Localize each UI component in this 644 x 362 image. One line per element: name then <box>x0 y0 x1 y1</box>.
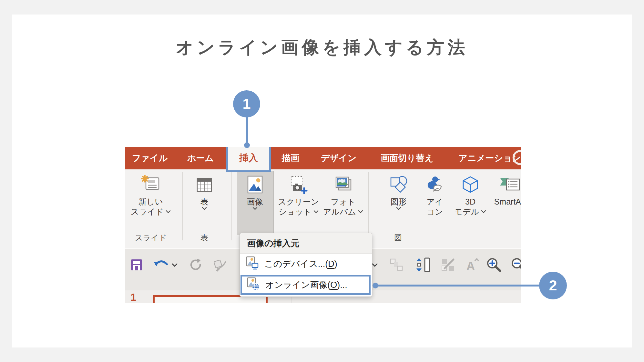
tab-insert-label: 挿入 <box>239 152 258 165</box>
button-label: 画像 <box>247 197 263 207</box>
undo-icon[interactable] <box>153 258 169 273</box>
arrange-objects-icon-disabled[interactable] <box>389 257 404 274</box>
button-label: SmartArt <box>494 197 521 207</box>
table-button[interactable]: 表 <box>184 174 225 210</box>
chevron-down-icon <box>396 207 401 210</box>
new-slide-icon <box>141 174 161 195</box>
picture-device-icon <box>245 256 259 272</box>
3d-model-button[interactable]: 3D モデル <box>450 174 491 217</box>
button-label: 3D <box>465 197 475 207</box>
insert-picture-dropdown-menu: 画像の挿入元 このデバイス...(D) <box>240 233 372 297</box>
button-label: ショット <box>279 207 312 217</box>
group-divider <box>182 172 183 240</box>
group-divider <box>368 172 369 240</box>
step-1-badge: 1 <box>233 90 260 117</box>
chevron-down-icon <box>252 207 258 210</box>
save-icon[interactable] <box>130 258 143 273</box>
svg-text:A: A <box>466 259 475 272</box>
photo-album-icon <box>333 174 353 195</box>
chevron-down-icon <box>313 210 319 214</box>
tab-transitions[interactable]: 画面切り替え <box>381 147 433 169</box>
slide-number: 1 <box>130 291 136 303</box>
button-label: スクリーン <box>278 197 319 207</box>
redo-icon-disabled[interactable] <box>189 258 202 273</box>
group-label-illustrations: 図 <box>394 233 402 243</box>
screenshot-button[interactable]: スクリーン ショット <box>278 174 319 217</box>
menu-header: 画像の挿入元 <box>240 233 372 254</box>
clipped-ui-fragment <box>509 149 521 167</box>
ribbon-tab-bar: ファイル ホーム 描画 デザイン 画面切り替え アニメーション <box>125 147 521 169</box>
group-divider <box>231 172 232 240</box>
button-label: フォト <box>331 197 356 207</box>
step-2-badge: 2 <box>539 272 567 299</box>
group-label-tables: 表 <box>200 233 208 243</box>
smartart-button[interactable]: SmartArt <box>489 174 521 207</box>
button-label: スライド <box>131 207 164 217</box>
step-1-connector-dot <box>244 142 250 148</box>
chevron-down-icon <box>481 210 486 214</box>
row-height-icon[interactable] <box>415 257 432 274</box>
picture-button[interactable]: 画像 <box>234 174 276 210</box>
format-painter-icon-disabled[interactable] <box>213 258 228 273</box>
photo-album-button[interactable]: フォト アルバム <box>322 174 364 217</box>
tab-home[interactable]: ホーム <box>187 147 214 169</box>
group-label-slides: スライド <box>135 233 167 243</box>
menu-item-this-device[interactable]: このデバイス...(D) <box>240 254 372 274</box>
font-size-icon-disabled[interactable]: A <box>464 258 479 273</box>
button-label: 表 <box>200 197 209 207</box>
step-1-connector-line <box>246 116 248 145</box>
button-label: アルバム <box>323 207 356 217</box>
more-options-chevron-icon[interactable] <box>372 263 378 268</box>
edit-shape-icon-disabled[interactable] <box>441 257 457 274</box>
chevron-down-icon <box>358 210 363 214</box>
picture-globe-icon <box>246 277 260 293</box>
tab-file[interactable]: ファイル <box>132 147 168 169</box>
zoom-out-icon[interactable] <box>510 257 521 274</box>
step-2-connector-line <box>375 285 540 287</box>
page-background: オンライン画像を挿入する方法 ファイル ホーム 描画 デザイン 画面切り替え ア… <box>0 0 644 362</box>
button-label: 図形 <box>391 197 407 207</box>
3d-cube-icon <box>461 174 480 195</box>
smartart-icon <box>499 174 521 195</box>
screenshot-icon <box>289 174 308 195</box>
button-label: モデル <box>455 207 479 217</box>
button-label: コン <box>426 207 443 217</box>
menu-item-label: このデバイス...(D) <box>264 258 337 270</box>
tab-design[interactable]: デザイン <box>321 147 357 169</box>
step-2-connector-dot <box>373 283 378 288</box>
picture-icon <box>245 174 265 195</box>
table-icon <box>195 174 214 195</box>
tab-draw[interactable]: 描画 <box>282 147 299 169</box>
tab-insert[interactable]: 挿入 <box>226 147 271 172</box>
undo-dropdown-chevron-icon[interactable] <box>172 263 178 268</box>
zoom-in-icon[interactable] <box>486 257 502 274</box>
menu-item-online-pictures[interactable]: オンライン画像(O)... <box>240 275 371 295</box>
new-slide-button[interactable]: 新しい スライド <box>130 174 171 217</box>
button-label: アイ <box>426 197 443 207</box>
shapes-icon <box>389 174 408 195</box>
content-card: オンライン画像を挿入する方法 ファイル ホーム 描画 デザイン 画面切り替え ア… <box>12 15 632 347</box>
chevron-down-icon <box>202 207 207 210</box>
icons-button[interactable]: アイ コン <box>414 174 455 217</box>
shapes-button[interactable]: 図形 <box>378 174 419 210</box>
page-title: オンライン画像を挿入する方法 <box>12 36 632 59</box>
button-label: 新しい <box>138 197 163 207</box>
chevron-down-icon <box>166 210 171 214</box>
duck-leaf-icon <box>425 174 445 195</box>
menu-item-label: オンライン画像(O)... <box>265 279 347 291</box>
